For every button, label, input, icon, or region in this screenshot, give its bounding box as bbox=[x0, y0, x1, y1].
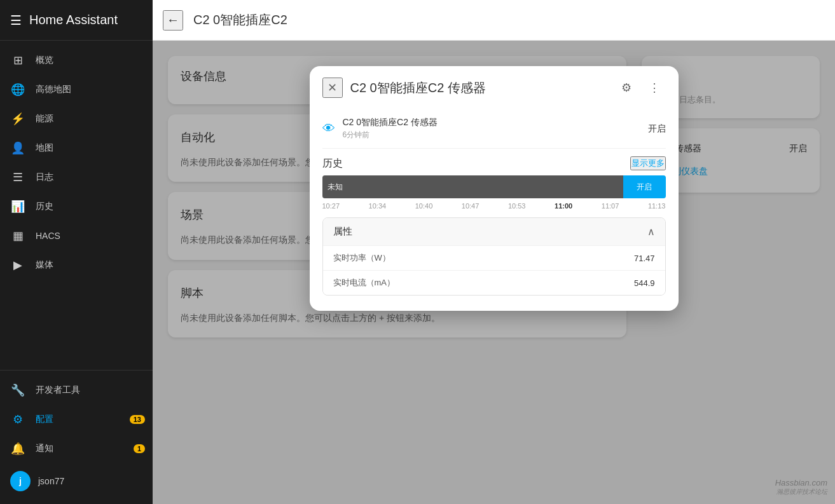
sidebar-item-energy[interactable]: ⚡ 能源 bbox=[0, 104, 153, 133]
media-icon: ▶ bbox=[10, 258, 25, 272]
topbar: ← C2 0智能插座C2 bbox=[153, 0, 835, 41]
sidebar-item-notifications[interactable]: 🔔 通知 1 bbox=[0, 434, 153, 463]
history-on-segment: 开启 bbox=[623, 175, 666, 198]
history-header: 历史 显示更多 bbox=[322, 156, 666, 170]
main-area: ← C2 0智能插座C2 设备信息 自动化 + 尚未使用此设备添加任何场景。您可… bbox=[153, 0, 835, 504]
sidebar-item-label: 概览 bbox=[36, 55, 53, 66]
history-times: 10:27 10:34 10:40 10:47 10:53 11:00 11:0… bbox=[322, 202, 666, 210]
sidebar-item-label: HACS bbox=[36, 231, 60, 241]
modal-more-button[interactable]: ⋮ bbox=[643, 76, 666, 99]
map-globe-icon: 🌐 bbox=[10, 83, 25, 97]
energy-icon: ⚡ bbox=[10, 112, 25, 126]
user-avatar: j bbox=[10, 471, 31, 491]
sidebar-item-label: 高德地图 bbox=[36, 84, 71, 95]
attribute-name-power: 实时功率（W） bbox=[333, 252, 634, 264]
history-more-button[interactable]: 显示更多 bbox=[630, 156, 666, 170]
page-title: C2 0智能插座C2 bbox=[193, 11, 287, 29]
modal-header: ✕ C2 0智能插座C2 传感器 ⚙ ⋮ bbox=[310, 66, 679, 109]
sidebar-item-history[interactable]: 📊 历史 bbox=[0, 192, 153, 221]
attribute-name-current: 实时电流（mA） bbox=[333, 277, 634, 289]
attributes-toggle-icon: ∧ bbox=[647, 226, 655, 238]
sidebar: ☰ Home Assistant ⊞ 概览 🌐 高德地图 ⚡ 能源 👤 地图 ☰… bbox=[0, 0, 153, 504]
entity-name: C2 0智能插座C2 传感器 bbox=[343, 117, 640, 128]
hacs-icon: ▦ bbox=[10, 229, 25, 243]
content-area: 设备信息 自动化 + 尚未使用此设备添加任何场景。您可以点击上方的 + 按钮来添… bbox=[153, 41, 835, 504]
sidebar-item-gaode[interactable]: 🌐 高德地图 bbox=[0, 75, 153, 104]
config-badge: 13 bbox=[130, 415, 145, 424]
modal-actions: ⚙ ⋮ bbox=[615, 76, 666, 99]
history-unknown-segment: 未知 bbox=[322, 175, 624, 198]
app-title: Home Assistant bbox=[29, 13, 118, 27]
sidebar-item-label: 历史 bbox=[36, 201, 53, 212]
modal-overlay: ✕ C2 0智能插座C2 传感器 ⚙ ⋮ 👁 C2 0智能插座C2 传感器 6分… bbox=[153, 41, 835, 504]
attribute-value-power: 71.47 bbox=[634, 254, 655, 263]
sidebar-item-label: 通知 bbox=[36, 443, 53, 454]
attribute-value-current: 544.9 bbox=[634, 278, 655, 288]
sidebar-item-hacs[interactable]: ▦ HACS bbox=[0, 221, 153, 250]
sidebar-item-label: 配置 bbox=[36, 414, 53, 425]
entity-info: C2 0智能插座C2 传感器 6分钟前 bbox=[343, 117, 640, 140]
wrench-icon: 🔧 bbox=[10, 383, 25, 397]
modal-gear-button[interactable]: ⚙ bbox=[615, 76, 638, 99]
attributes-header[interactable]: 属性 ∧ bbox=[323, 218, 665, 245]
history-label: 历史 bbox=[322, 157, 343, 170]
sidebar-item-label: 能源 bbox=[36, 113, 53, 125]
sidebar-footer: 🔧 开发者工具 ⚙ 配置 13 🔔 通知 1 j json77 bbox=[0, 370, 153, 504]
attributes-section: 属性 ∧ 实时功率（W） 71.47 实时电流（mA） 544.9 bbox=[322, 217, 666, 296]
history-bar: 未知 开启 bbox=[322, 175, 666, 198]
back-button[interactable]: ← bbox=[163, 10, 183, 31]
history-section: 历史 显示更多 未知 开启 10:27 bbox=[322, 156, 666, 210]
sidebar-item-map[interactable]: 👤 地图 bbox=[0, 133, 153, 163]
sidebar-item-label: 媒体 bbox=[36, 259, 53, 271]
modal-close-button[interactable]: ✕ bbox=[322, 78, 343, 98]
entity-row: 👁 C2 0智能插座C2 传感器 6分钟前 开启 bbox=[322, 109, 666, 149]
entity-state: 开启 bbox=[648, 123, 666, 135]
person-icon: 👤 bbox=[10, 141, 25, 155]
entity-time: 6分钟前 bbox=[343, 130, 640, 140]
sidebar-item-label: 开发者工具 bbox=[36, 385, 80, 396]
notification-badge: 1 bbox=[134, 444, 145, 453]
sidebar-user[interactable]: j json77 bbox=[0, 463, 153, 499]
sidebar-item-media[interactable]: ▶ 媒体 bbox=[0, 250, 153, 280]
attribute-row-power: 实时功率（W） 71.47 bbox=[323, 245, 665, 270]
sidebar-item-log[interactable]: ☰ 日志 bbox=[0, 163, 153, 192]
gear-icon: ⚙ bbox=[10, 412, 25, 426]
entity-detail-modal: ✕ C2 0智能插座C2 传感器 ⚙ ⋮ 👁 C2 0智能插座C2 传感器 6分… bbox=[310, 66, 679, 311]
sidebar-item-overview[interactable]: ⊞ 概览 bbox=[0, 46, 153, 75]
sidebar-item-config[interactable]: ⚙ 配置 13 bbox=[0, 405, 153, 434]
overview-icon: ⊞ bbox=[10, 53, 25, 67]
menu-icon[interactable]: ☰ bbox=[10, 13, 22, 28]
sidebar-item-label: 地图 bbox=[36, 142, 53, 154]
history-icon: 📊 bbox=[10, 200, 25, 214]
attributes-title: 属性 bbox=[333, 226, 352, 238]
bell-icon: 🔔 bbox=[10, 442, 25, 456]
sidebar-nav: ⊞ 概览 🌐 高德地图 ⚡ 能源 👤 地图 ☰ 日志 📊 历史 ▦ HACS ▶ bbox=[0, 41, 153, 370]
modal-body: 👁 C2 0智能插座C2 传感器 6分钟前 开启 历史 显示更多 bbox=[310, 109, 679, 311]
user-name: json77 bbox=[38, 476, 64, 486]
sidebar-item-devtools[interactable]: 🔧 开发者工具 bbox=[0, 376, 153, 405]
attribute-row-current: 实时电流（mA） 544.9 bbox=[323, 270, 665, 295]
sidebar-header: ☰ Home Assistant bbox=[0, 0, 153, 41]
list-icon: ☰ bbox=[10, 170, 25, 184]
sidebar-item-label: 日志 bbox=[36, 172, 53, 183]
modal-title: C2 0智能插座C2 传感器 bbox=[350, 79, 607, 97]
entity-eye-icon: 👁 bbox=[322, 121, 335, 136]
